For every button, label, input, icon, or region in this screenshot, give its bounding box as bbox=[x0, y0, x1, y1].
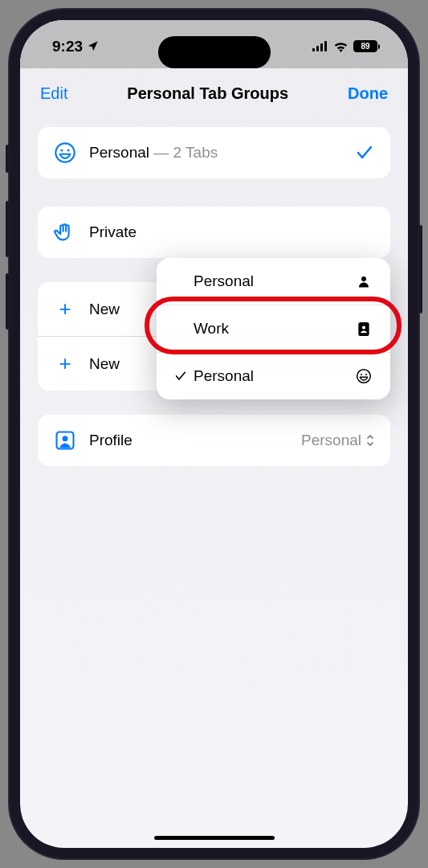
screen: 9:23 bbox=[20, 20, 408, 848]
popover-label-1: Personal bbox=[194, 272, 355, 290]
dynamic-island bbox=[158, 36, 271, 68]
svg-point-6 bbox=[67, 149, 70, 152]
svg-point-13 bbox=[357, 370, 371, 383]
check-icon bbox=[174, 370, 194, 383]
profile-popover: Personal Work Personal bbox=[157, 258, 390, 399]
profile-value-text: Personal bbox=[301, 432, 361, 449]
nav-bar: Edit Personal Tab Groups Done bbox=[20, 68, 408, 115]
new-label-2: New bbox=[89, 355, 120, 373]
phone-frame: 9:23 bbox=[8, 8, 420, 860]
svg-rect-0 bbox=[312, 48, 315, 51]
smiley-icon bbox=[355, 368, 373, 384]
personal-label: Personal — 2 Tabs bbox=[89, 144, 342, 162]
plus-icon: + bbox=[54, 351, 76, 376]
badge-icon bbox=[355, 321, 373, 337]
svg-rect-3 bbox=[324, 41, 327, 51]
signal-icon bbox=[312, 41, 328, 51]
popover-item-work[interactable]: Work bbox=[157, 305, 390, 352]
power-button bbox=[419, 225, 422, 313]
profile-row[interactable]: Profile Personal bbox=[38, 415, 390, 466]
svg-point-14 bbox=[361, 374, 362, 375]
svg-rect-2 bbox=[320, 43, 323, 51]
wifi-icon bbox=[333, 41, 349, 52]
new-label-1: New bbox=[89, 301, 120, 318]
private-label: Private bbox=[89, 223, 374, 241]
svg-point-9 bbox=[63, 436, 68, 441]
person-icon bbox=[355, 274, 373, 289]
page-title: Personal Tab Groups bbox=[127, 84, 288, 103]
hand-icon bbox=[54, 221, 76, 244]
personal-tabs-row[interactable]: Personal — 2 Tabs bbox=[38, 127, 390, 178]
popover-label-2: Work bbox=[194, 320, 355, 338]
profile-icon bbox=[54, 429, 76, 452]
status-time: 9:23 bbox=[52, 38, 83, 55]
popover-item-personal-current[interactable]: Personal bbox=[157, 352, 390, 399]
svg-point-4 bbox=[55, 143, 74, 162]
content-area: Personal — 2 Tabs Private + New bbox=[20, 115, 408, 478]
personal-name: Personal bbox=[89, 144, 149, 161]
svg-point-5 bbox=[60, 149, 63, 152]
volume-down-button bbox=[6, 273, 9, 330]
svg-rect-1 bbox=[316, 46, 319, 51]
svg-point-15 bbox=[365, 374, 367, 375]
chevron-updown-icon bbox=[366, 434, 374, 447]
svg-point-12 bbox=[362, 326, 365, 329]
battery-level: 89 bbox=[361, 42, 369, 51]
popover-item-personal-profile[interactable]: Personal bbox=[157, 258, 390, 305]
plus-icon: + bbox=[54, 297, 76, 321]
smiley-icon bbox=[54, 141, 76, 164]
profile-value: Personal bbox=[301, 432, 374, 449]
done-button[interactable]: Done bbox=[348, 84, 388, 103]
edit-button[interactable]: Edit bbox=[40, 84, 67, 103]
svg-point-10 bbox=[361, 276, 366, 281]
battery-indicator: 89 bbox=[353, 40, 380, 52]
popover-label-3: Personal bbox=[194, 367, 355, 385]
private-tabs-row[interactable]: Private bbox=[38, 207, 390, 258]
personal-count: — 2 Tabs bbox=[149, 144, 218, 161]
home-indicator[interactable] bbox=[154, 836, 275, 840]
profile-label: Profile bbox=[89, 432, 288, 449]
location-icon bbox=[87, 40, 99, 52]
silence-switch bbox=[6, 145, 9, 173]
checkmark-icon bbox=[355, 143, 374, 162]
volume-up-button bbox=[6, 201, 9, 257]
